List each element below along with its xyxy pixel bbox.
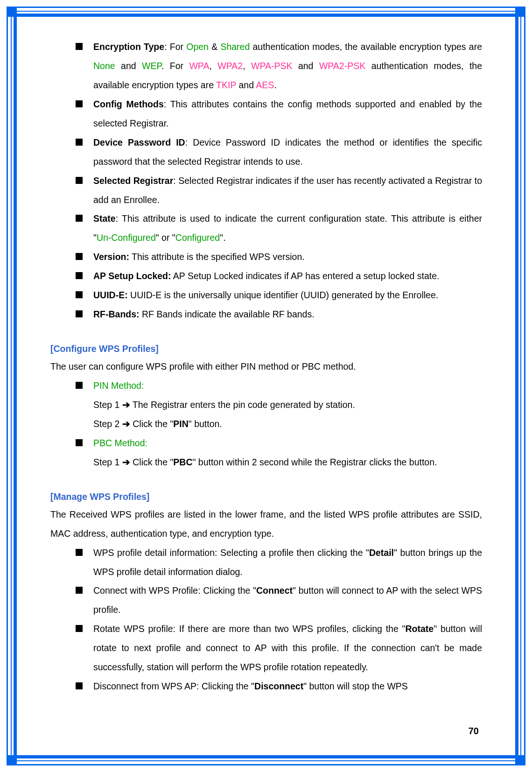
list-item: WPS profile detail information: Selectin… <box>76 543 482 582</box>
section-intro: The Received WPS profiles are listed in … <box>50 505 482 543</box>
term: RF-Bands: <box>93 309 140 319</box>
pin-step-2: Step 2 ➔ Click the "PIN" button. <box>50 414 482 434</box>
pbc-method-label: PBC Method: <box>93 438 147 448</box>
list-item: Encryption Type: For Open & Shared authe… <box>76 37 482 95</box>
list-item: PBC Method: <box>76 434 482 453</box>
method-list: PBC Method: <box>50 434 482 453</box>
term: Selected Registrar <box>93 175 173 186</box>
list-item: Disconnect from WPS AP: Clicking the "Di… <box>76 677 482 696</box>
manage-list: WPS profile detail information: Selectin… <box>50 543 482 696</box>
pbc-step-1: Step 1 ➔ Click the "PBC" button within 2… <box>50 453 482 472</box>
term: Version: <box>93 252 129 262</box>
list-item: Config Methods: This attributes contains… <box>76 95 482 133</box>
term: Encryption Type <box>93 42 164 52</box>
list-item: UUID-E: UUID-E is the universally unique… <box>76 286 482 305</box>
list-item: PIN Method: <box>76 376 482 395</box>
term: UUID-E: <box>93 290 128 300</box>
section-heading-configure: [Configure WPS Profiles] <box>50 344 482 354</box>
term: Config Methods <box>93 99 164 109</box>
method-list: PIN Method: <box>50 376 482 395</box>
list-item: Version: This attribute is the specified… <box>76 247 482 267</box>
list-item: Selected Registrar: Selected Registrar i… <box>76 171 482 210</box>
list-item: Rotate WPS profile: If there are more th… <box>76 619 482 677</box>
page-content: Encryption Type: For Open & Shared authe… <box>50 37 482 696</box>
arrow-right-icon: ➔ <box>122 457 130 467</box>
list-item: RF-Bands: RF Bands indicate the availabl… <box>76 305 482 324</box>
list-item: AP Setup Locked: AP Setup Locked indicat… <box>76 267 482 286</box>
pin-step-1: Step 1 ➔ The Registrar enters the pin co… <box>50 395 482 414</box>
page-number: 70 <box>469 726 479 737</box>
list-item: Connect with WPS Profile: Clicking the "… <box>76 581 482 619</box>
list-item: State: This attribute is used to indicat… <box>76 209 482 247</box>
term: State <box>93 213 116 224</box>
term: Device Password ID <box>93 137 185 147</box>
arrow-right-icon: ➔ <box>122 400 130 410</box>
definition-list: Encryption Type: For Open & Shared authe… <box>50 37 482 324</box>
arrow-right-icon: ➔ <box>122 419 130 429</box>
term: AP Setup Locked: <box>93 271 171 281</box>
pin-method-label: PIN Method: <box>93 380 144 391</box>
section-intro: The user can configure WPS profile with … <box>50 357 482 376</box>
list-item: Device Password ID: Device Password ID i… <box>76 133 482 171</box>
section-heading-manage: [Manage WPS Profiles] <box>50 491 482 502</box>
